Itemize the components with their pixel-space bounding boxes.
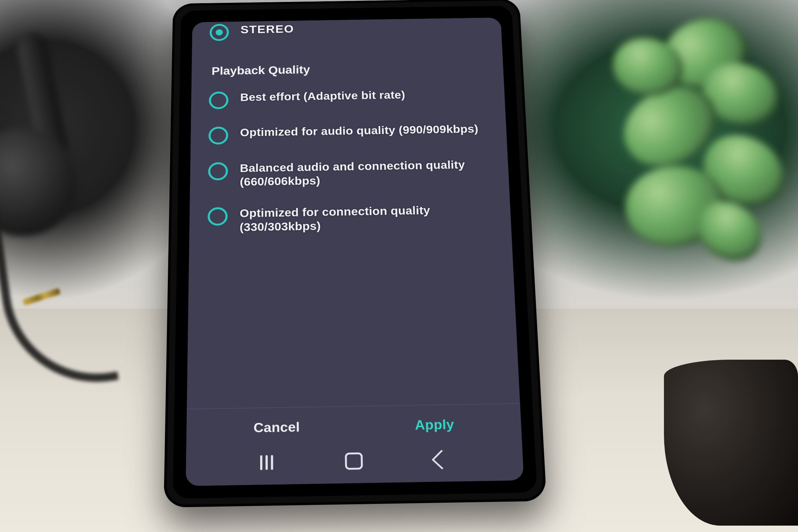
radio-option-best-effort[interactable]: Best effort (Adaptive bit rate) <box>209 78 490 118</box>
succulent-plant <box>574 0 798 287</box>
photo-scene: STEREO Playback Quality Best effort (Ada… <box>0 0 798 532</box>
option-label: Balanced audio and connection quality (6… <box>240 157 493 189</box>
radio-option-stereo[interactable]: STEREO <box>209 18 486 50</box>
option-label: STEREO <box>240 22 294 37</box>
apply-button[interactable]: Apply <box>415 417 454 433</box>
plant-pot <box>664 360 798 526</box>
radio-icon <box>208 162 228 180</box>
radio-icon <box>209 92 228 110</box>
settings-dialog: STEREO Playback Quality Best effort (Ada… <box>187 18 520 409</box>
screen: STEREO Playback Quality Best effort (Ada… <box>186 18 524 486</box>
smartphone: STEREO Playback Quality Best effort (Ada… <box>164 0 547 508</box>
radio-option-audio-quality[interactable]: Optimized for audio quality (990/909kbps… <box>208 113 491 153</box>
home-icon[interactable] <box>345 453 363 470</box>
dialog-footer: Cancel Apply <box>186 403 522 444</box>
radio-icon <box>208 127 228 145</box>
section-title-playback-quality: Playback Quality <box>209 45 488 83</box>
radio-icon <box>210 24 229 41</box>
android-navbar <box>186 439 524 486</box>
option-label: Optimized for audio quality (990/909kbps… <box>240 122 478 139</box>
option-label: Optimized for connection quality (330/30… <box>240 202 495 234</box>
phone-bezel: STEREO Playback Quality Best effort (Ada… <box>173 6 537 499</box>
recents-icon[interactable] <box>260 455 273 470</box>
back-icon[interactable] <box>431 450 452 470</box>
cancel-button[interactable]: Cancel <box>253 419 300 435</box>
radio-icon <box>208 207 228 226</box>
option-label: Best effort (Adaptive bit rate) <box>240 88 405 104</box>
radio-option-connection-quality[interactable]: Optimized for connection quality (330/30… <box>208 193 495 244</box>
radio-option-balanced[interactable]: Balanced audio and connection quality (6… <box>208 149 493 198</box>
